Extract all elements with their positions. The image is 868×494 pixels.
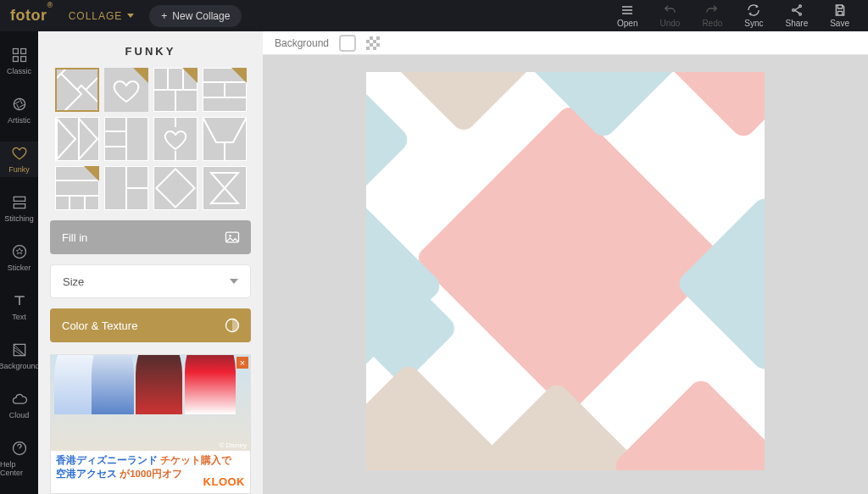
collage-cell[interactable] (366, 72, 412, 224)
template-thumb[interactable] (55, 68, 99, 112)
template-thumb[interactable] (104, 117, 148, 161)
collage-cell[interactable] (611, 376, 765, 470)
palette-icon (224, 317, 241, 334)
collage-cell[interactable] (654, 72, 765, 141)
nav-sticker[interactable]: Sticker (0, 240, 38, 275)
nav-artistic[interactable]: Artistic (0, 92, 38, 128)
chevron-down-icon (127, 14, 134, 18)
premium-badge-icon (182, 68, 198, 83)
ad-brand: KLOOK (203, 475, 245, 490)
fill-in-button[interactable]: Fill in (50, 220, 251, 254)
app-logo[interactable]: fotor® (10, 7, 53, 25)
ad-copyright: © Disney (219, 441, 247, 449)
advertisement[interactable]: × © Disney 香港ディズニーランド チケット購入で 空港アクセス が10… (50, 354, 251, 494)
svg-point-47 (229, 235, 231, 237)
template-thumb[interactable] (104, 166, 148, 210)
template-thumb[interactable] (203, 166, 247, 210)
premium-badge-icon (133, 68, 148, 83)
side-panel: FUNKY (38, 31, 263, 494)
stitching-icon (11, 194, 28, 211)
template-thumb[interactable] (153, 68, 198, 112)
svg-rect-0 (13, 49, 18, 54)
template-thumb[interactable] (203, 117, 247, 161)
nav-funky[interactable]: Funky (0, 142, 38, 177)
svg-rect-5 (14, 197, 25, 201)
nav-background[interactable]: Background (0, 338, 38, 374)
template-thumb[interactable] (153, 117, 198, 161)
left-nav: Classic Artistic Funky Stitching Sticker… (0, 31, 38, 494)
svg-rect-3 (20, 57, 25, 62)
background-color-swatch[interactable] (339, 35, 356, 52)
transparent-toggle[interactable] (366, 36, 380, 50)
chevron-down-icon (230, 279, 238, 284)
canvas-toolbar: Background (263, 31, 868, 55)
color-texture-button[interactable]: Color & Texture (50, 308, 251, 342)
template-grid (38, 68, 263, 220)
save-button[interactable]: Save (830, 3, 849, 28)
nav-text[interactable]: Text (0, 289, 38, 325)
svg-rect-43 (153, 166, 198, 210)
template-thumb[interactable] (55, 166, 99, 210)
ad-character (92, 354, 134, 414)
image-icon (224, 229, 241, 246)
top-actions: Open Undo Redo Sync Share Save (617, 3, 849, 28)
plus-icon: + (161, 10, 167, 22)
new-collage-button[interactable]: + New Collage (149, 5, 242, 27)
svg-point-7 (13, 246, 25, 258)
ad-character (185, 354, 236, 414)
background-icon (11, 341, 28, 358)
svg-point-4 (14, 98, 25, 109)
background-label: Background (275, 37, 329, 49)
template-thumb[interactable] (203, 68, 247, 112)
collage-cell[interactable] (380, 72, 548, 135)
size-dropdown[interactable]: Size (50, 264, 251, 298)
premium-badge-icon (231, 68, 247, 83)
text-icon (11, 292, 28, 309)
nav-cloud[interactable]: Cloud (0, 387, 38, 423)
canvas-stage (263, 55, 868, 494)
template-thumb[interactable] (153, 166, 198, 210)
collage-artboard[interactable] (366, 72, 765, 470)
top-bar: fotor® COLLAGE + New Collage Open Undo R… (0, 0, 868, 31)
ad-character (136, 354, 182, 414)
panel-controls: Fill in Size Color & Texture (38, 220, 263, 342)
cloud-icon (11, 391, 28, 408)
collage-cell[interactable] (414, 103, 726, 414)
heart-icon (11, 145, 28, 162)
nav-stitching[interactable]: Stitching (0, 191, 38, 226)
star-icon (11, 243, 28, 260)
menu-icon (620, 3, 635, 17)
grid-icon (11, 47, 28, 64)
save-icon (832, 3, 848, 17)
premium-badge-icon (84, 166, 99, 181)
new-collage-label: New Collage (172, 10, 230, 22)
ad-character (54, 354, 97, 414)
help-icon (11, 440, 28, 457)
share-icon (789, 3, 804, 17)
sync-button[interactable]: Sync (744, 3, 763, 28)
undo-button: Undo (659, 3, 680, 28)
template-thumb[interactable] (104, 68, 148, 112)
svg-rect-2 (13, 57, 18, 62)
ad-close-button[interactable]: × (236, 357, 248, 369)
sync-icon (746, 3, 761, 17)
redo-button: Redo (702, 3, 722, 28)
aperture-icon (11, 96, 28, 113)
panel-title: FUNKY (38, 31, 263, 68)
svg-rect-6 (14, 204, 25, 208)
undo-icon (662, 3, 677, 17)
ad-text: 香港ディズニーランド チケット購入で 空港アクセス が1000円オフ KLOOK (51, 451, 250, 493)
nav-classic[interactable]: Classic (0, 43, 38, 79)
svg-rect-1 (20, 49, 25, 54)
template-thumb[interactable] (55, 117, 99, 161)
open-button[interactable]: Open (617, 3, 637, 28)
mode-label: COLLAGE (69, 10, 123, 22)
nav-help[interactable]: Help Center (0, 436, 38, 480)
share-button[interactable]: Share (786, 3, 809, 28)
redo-icon (704, 3, 720, 17)
mode-dropdown[interactable]: COLLAGE (69, 10, 135, 22)
